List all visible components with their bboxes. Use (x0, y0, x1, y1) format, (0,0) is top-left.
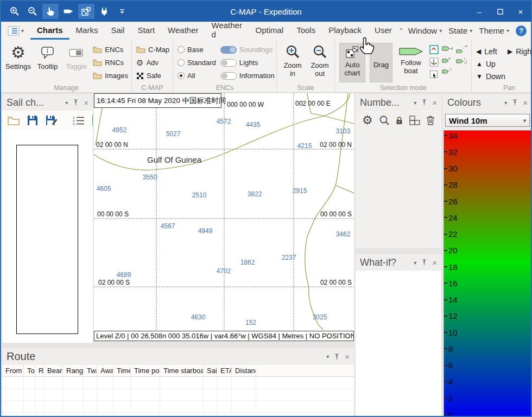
tab-weather-d[interactable]: Weather d (205, 22, 249, 40)
pin-icon[interactable] (512, 99, 517, 106)
column-header-to[interactable]: To (24, 365, 35, 376)
close-icon[interactable]: × (84, 98, 88, 107)
tab-charts[interactable]: Charts (30, 22, 69, 40)
column-header-time-port[interactable]: Time port (131, 365, 160, 376)
numbered-list-icon[interactable]: 123 (73, 116, 85, 125)
column-header-time-starboard[interactable]: Time starboard (160, 365, 204, 376)
pin-icon[interactable] (334, 354, 339, 360)
close-button[interactable]: × (510, 1, 531, 22)
cmap-folder-button[interactable]: C-Map (136, 44, 169, 55)
pan-right-button[interactable]: ▶Right (508, 47, 532, 56)
chevron-down-icon[interactable]: ▾ (504, 100, 507, 106)
tab-start[interactable]: Start (131, 22, 161, 40)
menu-state[interactable]: State▾ (446, 26, 474, 35)
radio-all[interactable]: All (178, 70, 216, 81)
toggle-lights[interactable]: Lights (220, 57, 275, 68)
table-row[interactable] (2, 401, 354, 413)
pan-up-button[interactable]: ▲Up (476, 60, 508, 68)
pin-icon[interactable] (422, 259, 427, 266)
zoom-out-button[interactable]: Zoom out (308, 43, 331, 82)
pane-layout-menu[interactable]: ▾ (1, 22, 30, 40)
lock-icon[interactable] (396, 116, 403, 125)
pin-icon[interactable] (422, 99, 427, 106)
whatif-content[interactable] (356, 271, 441, 417)
rncs-folder-button[interactable]: RNCs (93, 57, 128, 68)
tab-user[interactable]: User (368, 22, 398, 40)
tab-sail[interactable]: Sail (104, 22, 131, 40)
chevron-down-icon[interactable]: ▾ (326, 354, 329, 360)
radio-base[interactable]: Base (178, 44, 216, 55)
auto-chart-button[interactable]: Auto chart (339, 43, 365, 82)
plug-icon[interactable] (96, 4, 112, 19)
column-header-eta[interactable]: ETA (217, 365, 232, 376)
customize-caret-icon[interactable] (114, 4, 130, 19)
zoom-out-icon[interactable] (24, 4, 41, 19)
column-header-time[interactable]: Time (113, 365, 131, 376)
open-folder-icon[interactable] (8, 116, 20, 125)
trash-icon[interactable] (426, 116, 435, 125)
save-icon[interactable] (27, 115, 38, 126)
maximize-button[interactable] (490, 1, 510, 22)
column-header-from[interactable]: From (2, 365, 24, 376)
search-icon[interactable] (379, 115, 390, 126)
tab-tools[interactable]: Tools (290, 22, 322, 40)
boat-bearing-icon[interactable] (456, 45, 468, 53)
numbers-content[interactable] (356, 130, 441, 248)
boat-alert-icon[interactable]: ! (442, 67, 453, 74)
adv-settings-button[interactable]: ⚙ Adv (136, 57, 169, 68)
menu-window[interactable]: Window▾ (406, 26, 444, 35)
boat-route-icon[interactable] (442, 55, 453, 63)
table-row[interactable] (2, 389, 354, 401)
column-header-r[interactable]: R (35, 365, 44, 376)
select-mode-icon[interactable] (429, 70, 439, 79)
close-icon[interactable]: × (432, 258, 437, 267)
tab-weather[interactable]: Weather (161, 22, 205, 40)
save-as-icon[interactable] (46, 115, 58, 126)
sail-chart-canvas[interactable] (2, 130, 93, 343)
close-icon[interactable]: × (345, 352, 350, 361)
hand-drag-icon[interactable] (42, 4, 59, 19)
column-header-bear[interactable]: Bear (44, 365, 63, 376)
pan-left-button[interactable]: ◀Left (476, 47, 508, 56)
menu-theme[interactable]: Theme▾ (477, 26, 511, 35)
minimize-button[interactable]: – (469, 1, 490, 22)
chart-area[interactable]: 002 00 00 W000 00 00 W002 00 00 E02 00 0… (94, 93, 354, 331)
help-button[interactable]: ? (516, 25, 527, 36)
radio-standard[interactable]: Standard (178, 57, 216, 68)
column-header-range[interactable]: Range (63, 365, 84, 376)
boat-points-icon[interactable]: ! (456, 56, 468, 65)
encs-folder-button[interactable]: ENCs (93, 44, 128, 55)
toggle-information[interactable]: Information (220, 70, 275, 81)
drag-button[interactable]: Drag (370, 43, 392, 82)
tab-optimal[interactable]: Optimal (249, 22, 290, 40)
wind-display-icon[interactable] (429, 45, 439, 54)
colour-variable-select[interactable]: Wind 10m ▾ (445, 114, 530, 127)
collapse-ribbon-icon[interactable]: ⌃ (398, 27, 404, 35)
gear-icon[interactable]: ⚙ (362, 113, 373, 127)
close-icon[interactable]: × (523, 98, 528, 107)
zoom-in-button[interactable]: Zoom in (281, 43, 304, 82)
boat-icon[interactable] (60, 4, 77, 19)
polar-chart-icon[interactable] (92, 115, 93, 126)
layout-grid-icon[interactable] (409, 116, 420, 125)
pin-icon[interactable] (73, 99, 78, 106)
table-row[interactable] (2, 377, 354, 389)
settings-button[interactable]: ⚙ Settings (5, 43, 31, 82)
toggle-soundings[interactable]: Soundings (220, 44, 275, 55)
column-header-distance[interactable]: Distance (232, 365, 256, 376)
auto-chart-icon[interactable] (78, 4, 94, 19)
tooltip-button[interactable]: Tooltip (35, 43, 60, 82)
pan-down-button[interactable]: ▼Down (476, 72, 508, 81)
toggle-button[interactable]: Toggle (64, 43, 88, 82)
tab-marks[interactable]: Marks (69, 22, 105, 40)
column-header-twa[interactable]: Twa (84, 365, 97, 376)
column-header-sail[interactable]: Sail (204, 365, 217, 376)
chevron-down-icon[interactable]: ▾ (65, 100, 68, 106)
safe-depth-button[interactable]: Safe (136, 70, 169, 81)
tab-playback[interactable]: Playback (322, 22, 368, 40)
close-icon[interactable]: × (432, 98, 437, 107)
polar-icon[interactable] (429, 57, 439, 67)
zoom-in-icon[interactable] (7, 4, 23, 19)
chevron-down-icon[interactable]: ▾ (414, 260, 416, 266)
boat-to-mark-icon[interactable] (442, 45, 453, 52)
